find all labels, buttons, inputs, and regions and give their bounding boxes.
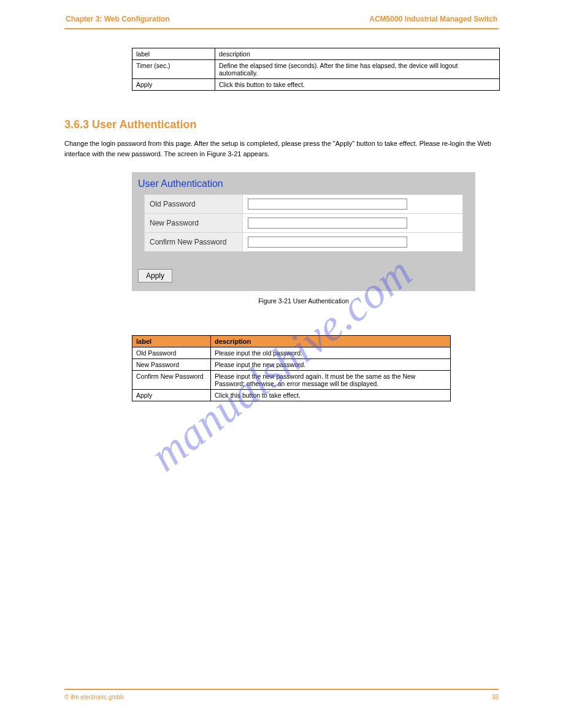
table-row: Confirm New Password Please input the ne…	[132, 371, 451, 390]
footer: © ifm electronic gmbh 33	[64, 689, 499, 700]
old-password-input[interactable]	[248, 199, 407, 210]
cell: Timer (sec.)	[132, 60, 215, 79]
footer-page-number: 33	[492, 694, 499, 700]
figure-caption: Figure 3-21 User Authentication	[132, 297, 475, 305]
table-row: Apply Click this button to take effect.	[132, 79, 500, 91]
confirm-password-cell	[243, 233, 463, 252]
timer-table: label description Timer (sec.) Define th…	[132, 48, 500, 91]
form-row-confirm-password: Confirm New Password	[145, 233, 463, 252]
form-row-new-password: New Password	[145, 214, 463, 233]
form-row-old-password: Old Password	[145, 195, 463, 214]
cell: Apply	[132, 79, 215, 91]
cell: Apply	[132, 390, 211, 401]
confirm-password-label: Confirm New Password	[145, 233, 243, 252]
user-auth-panel: User Authentication Old Password New Pas…	[132, 172, 475, 291]
cell: description	[215, 48, 500, 60]
cell: New Password	[132, 359, 211, 371]
cell: Define the elapsed time (seconds). After…	[215, 60, 500, 79]
footer-left: © ifm electronic gmbh	[64, 694, 124, 700]
cell: Confirm New Password	[132, 371, 211, 390]
table-row: Timer (sec.) Define the elapsed time (se…	[132, 60, 500, 79]
section-heading: 3.6.3 User Authentication	[64, 118, 499, 131]
user-auth-form: Old Password New Password Confirm New Pa…	[144, 194, 463, 252]
cell: Old Password	[132, 347, 211, 359]
cell: Please input the new password again. It …	[211, 371, 451, 390]
cell: Click this button to take effect.	[215, 79, 500, 91]
cell: Please input the old password.	[211, 347, 451, 359]
apply-button[interactable]: Apply	[138, 269, 172, 282]
table-row: label description	[132, 48, 500, 60]
header-rule	[64, 28, 499, 29]
new-password-cell	[243, 214, 463, 233]
table-row: Old Password Please input the old passwo…	[132, 347, 451, 359]
header-right: ACM5000 Industrial Managed Switch	[369, 15, 497, 23]
cell: label	[132, 48, 215, 60]
table-row: Apply Click this button to take effect.	[132, 390, 451, 401]
header-cell: description	[211, 336, 451, 347]
cell: Click this button to take effect.	[211, 390, 451, 401]
header-cell: label	[132, 336, 211, 347]
new-password-label: New Password	[145, 214, 243, 233]
header-left: Chapter 3: Web Configuration	[66, 15, 170, 23]
description-table: label description Old Password Please in…	[132, 335, 451, 401]
panel-title: User Authentication	[132, 178, 475, 194]
section-body: Change the login password from this page…	[64, 138, 499, 159]
footer-rule	[64, 689, 499, 690]
cell: Please input the new password.	[211, 359, 451, 371]
old-password-label: Old Password	[145, 195, 243, 214]
footer-row: © ifm electronic gmbh 33	[64, 694, 499, 700]
table-header-row: label description	[132, 336, 451, 347]
confirm-password-input[interactable]	[248, 237, 407, 248]
table-row: New Password Please input the new passwo…	[132, 359, 451, 371]
new-password-input[interactable]	[248, 218, 407, 229]
old-password-cell	[243, 195, 463, 214]
